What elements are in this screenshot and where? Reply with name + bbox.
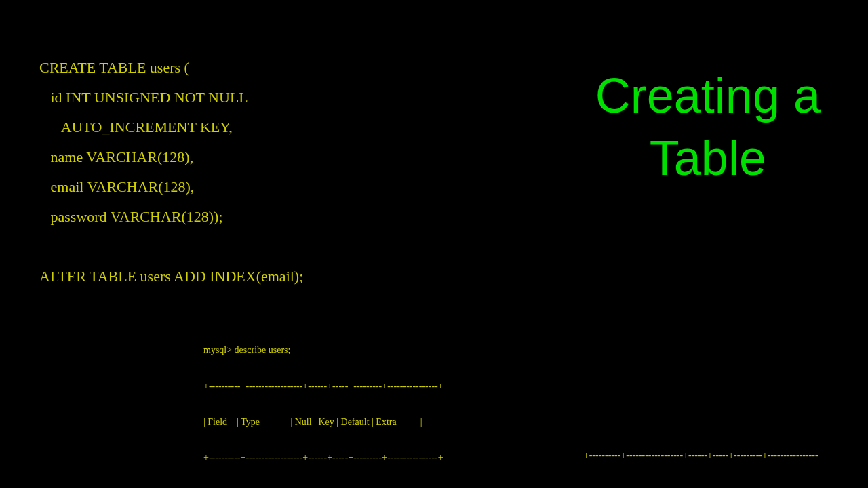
title-line-1: Creating a (595, 64, 821, 127)
blank-line (39, 232, 303, 262)
overflow-rule-line: |+----------+------------------+------+-… (582, 450, 823, 461)
sql-line: ALTER TABLE users ADD INDEX(email); (39, 262, 303, 291)
slide-title: Creating a Table (595, 64, 821, 189)
term-line: | Field | Type | Null | Key | Default | … (203, 413, 454, 431)
sql-code-block: CREATE TABLE users ( id INT UNSIGNED NOT… (39, 53, 303, 291)
sql-line: CREATE TABLE users ( (39, 53, 303, 83)
sql-line: password VARCHAR(128)); (39, 202, 303, 232)
term-line: +----------+------------------+------+--… (203, 449, 454, 466)
title-line-2: Table (595, 127, 821, 189)
term-line: +----------+------------------+------+--… (203, 378, 454, 395)
terminal-output: mysql> describe users; +----------+-----… (203, 324, 454, 488)
term-line: | id | int(10) unsigned | NO | PRI | NUL… (203, 485, 454, 488)
sql-line: email VARCHAR(128), (39, 172, 303, 202)
sql-line: AUTO_INCREMENT KEY, (39, 113, 303, 142)
sql-line: id INT UNSIGNED NOT NULL (39, 83, 303, 113)
term-line: mysql> describe users; (203, 342, 454, 359)
sql-line: name VARCHAR(128), (39, 142, 303, 172)
